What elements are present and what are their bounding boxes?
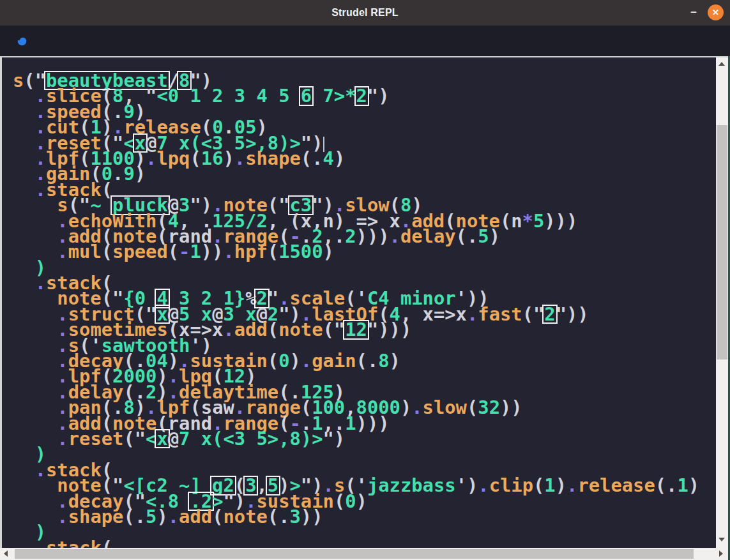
code-token: gain [312,350,356,372]
code-token: . [223,319,234,340]
code-token: ( [168,241,179,262]
code-token: ) [290,350,301,372]
code-token: fast [478,303,522,325]
code-token: ) [135,163,146,185]
minimize-button[interactable]: – [686,4,701,20]
code-token: clip [489,474,533,496]
code-token: ( [268,350,278,372]
code-line: .stack( [13,540,699,548]
code-content: s("beautybeast/8") .slice(8, "<0 1 2 3 4… [2,57,699,548]
code-token: )) [201,241,224,262]
window-titlebar[interactable]: Strudel REPL – ✕ [0,0,730,26]
code-token: . [57,428,68,450]
horizontal-scroll-thumb[interactable] [15,549,694,559]
code-token: ")) [556,303,589,325]
code-token: 16 [201,148,224,169]
code-token: < [146,428,156,450]
code-token: ( [334,490,345,512]
code-token: . [168,506,179,527]
strudel-repl-window: { "window": { "title": "Strudel REPL", "… [0,0,730,560]
code-token: (" [522,303,545,325]
code-token: jazzbass [367,474,456,496]
code-token: "))) [367,319,411,340]
code-token: ') [456,474,478,496]
code-token [13,537,35,548]
code-token: hpf [234,241,268,262]
vertical-scroll-thumb[interactable] [717,125,727,359]
code-token: lpq [156,148,190,169]
code-token: . [146,148,156,169]
code-token: ) [223,148,234,169]
code-token: ( [533,474,544,496]
code-token: shape [245,148,301,169]
code-token: (. [268,506,290,527]
code-token: add [234,319,268,340]
code-token: reset [68,428,124,450]
code-token: 1 [190,241,201,262]
code-token: . [478,474,489,496]
code-token: 5 [146,506,156,527]
scroll-up-arrow-icon[interactable] [719,62,725,66]
code-token: 5 [478,225,489,247]
code-token: slow [423,397,467,418]
strudel-logo-icon[interactable] [13,32,31,49]
scroll-down-arrow-icon[interactable] [719,538,725,541]
code-token: ))) [356,225,390,247]
code-token: . [390,225,400,247]
code-token: 1 [677,474,688,496]
code-token: * [522,210,533,232]
code-token: ) [334,148,345,169]
code-token: stack [46,537,102,548]
code-token: 2 [345,225,356,247]
code-token: mul [68,241,102,262]
code-token: ( [268,241,278,262]
active-token-highlight: 2 [356,88,367,103]
code-token: ) [323,241,334,262]
vertical-scrollbar[interactable] [716,57,728,548]
active-token-highlight: 2 [544,306,555,322]
close-button[interactable]: ✕ [708,4,724,20]
code-token: ) [556,474,567,496]
active-token-highlight: x [156,431,167,446]
code-token: (. [456,225,478,247]
code-token: . [223,241,234,262]
code-token: . [35,537,46,548]
code-token: 1 [544,474,555,496]
scroll-right-arrow-icon[interactable] [719,550,723,557]
code-token: ) [400,397,411,418]
code-token: 0 [278,350,289,372]
code-token: ") [367,85,390,107]
code-token: (. [356,350,379,372]
code-token: . [112,163,123,185]
code-token: 7 x(<3 5>,8)> [179,428,323,450]
code-token: (. [301,148,323,169]
code-token: ) [489,225,500,247]
code-token: - [179,241,190,262]
code-token: delay [400,225,456,247]
active-token-highlight: 12 [345,322,367,337]
code-token: 8 [378,350,389,372]
code-token: add [179,506,212,527]
scroll-left-arrow-icon[interactable] [4,550,8,557]
code-token: 5 [533,210,544,232]
code-token: speed [112,241,168,262]
horizontal-scrollbar[interactable] [0,548,728,560]
code-token: . [301,350,312,372]
code-token: . [567,474,577,496]
code-token: 1 [345,412,356,434]
close-icon: ✕ [712,8,719,17]
code-token: ( [467,397,478,418]
code-token: ) [390,350,400,372]
code-editor[interactable]: s("beautybeast/8") .slice(8, "<0 1 2 3 4… [0,57,716,548]
code-token: @ [168,428,179,450]
navbar [0,26,730,56]
code-token: . [57,506,68,527]
code-token: (" [323,319,346,340]
code-token: shape [68,506,124,527]
code-token: 32 [478,397,500,418]
code-token: ") [323,428,346,450]
code-token: . [57,241,68,262]
code-token: . [411,397,422,418]
code-token: 0 [345,490,356,512]
code-token: 9 [123,163,134,185]
